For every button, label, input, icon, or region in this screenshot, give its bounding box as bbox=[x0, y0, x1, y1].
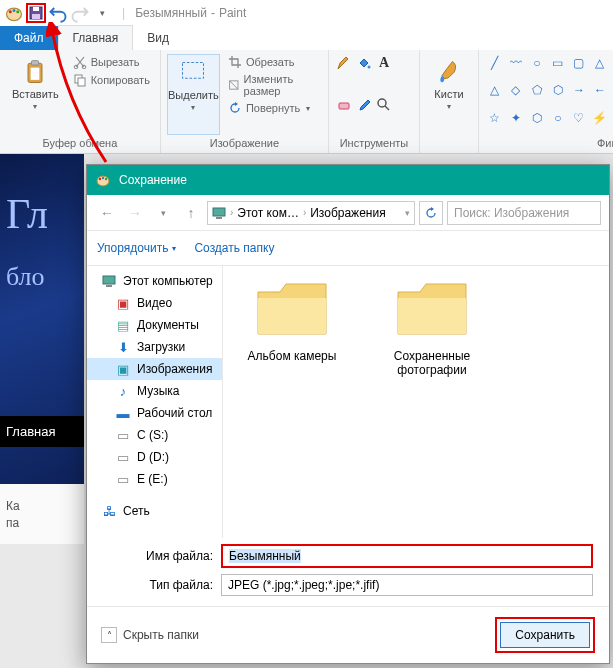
tree-drive-c[interactable]: ▭C (S:) bbox=[87, 424, 222, 446]
dialog-title: Сохранение bbox=[119, 173, 187, 187]
svg-rect-26 bbox=[106, 285, 112, 287]
svg-point-22 bbox=[105, 178, 107, 180]
svg-rect-9 bbox=[31, 68, 40, 80]
picker-icon[interactable] bbox=[355, 96, 373, 114]
svg-point-3 bbox=[16, 10, 19, 13]
canvas-text-1: Гл bbox=[6, 190, 48, 238]
group-shapes-label: Фигур bbox=[485, 135, 613, 151]
search-placeholder: Поиск: Изображения bbox=[454, 206, 569, 220]
svg-point-1 bbox=[9, 10, 12, 13]
folder-view[interactable]: Альбом камеры Сохраненные фотографии bbox=[223, 266, 609, 538]
tree-drive-e[interactable]: ▭E (E:) bbox=[87, 468, 222, 490]
titlebar: ▾ | Безымянный - Paint bbox=[0, 0, 613, 26]
tab-view[interactable]: Вид bbox=[133, 26, 183, 50]
crumb-pictures[interactable]: Изображения bbox=[310, 206, 385, 220]
pencil-icon[interactable] bbox=[335, 54, 353, 72]
folder-saved[interactable]: Сохраненные фотографии bbox=[377, 280, 487, 377]
organize-button[interactable]: Упорядочить ▾ bbox=[97, 241, 176, 255]
svg-point-2 bbox=[13, 9, 16, 12]
filetype-label: Тип файла: bbox=[139, 578, 213, 592]
svg-rect-13 bbox=[78, 78, 85, 86]
new-folder-button[interactable]: Создать папку bbox=[194, 241, 274, 255]
svg-rect-25 bbox=[103, 276, 115, 284]
fill-icon[interactable] bbox=[355, 54, 373, 72]
folder-camera[interactable]: Альбом камеры bbox=[237, 280, 347, 363]
search-input[interactable]: Поиск: Изображения bbox=[447, 201, 601, 225]
magnifier-icon[interactable] bbox=[375, 96, 393, 114]
ribbon: Вставить ▾ Вырезать Копировать Буфер обм… bbox=[0, 50, 613, 154]
eraser-icon[interactable] bbox=[335, 96, 353, 114]
back-button[interactable]: ← bbox=[95, 201, 119, 225]
tab-strip: Файл Главная Вид bbox=[0, 26, 613, 50]
save-highlight-box: Сохранить bbox=[495, 617, 595, 653]
breadcrumb[interactable]: › Этот ком… › Изображения ▾ bbox=[207, 201, 415, 225]
crop-label: Обрезать bbox=[246, 56, 295, 68]
tree-this-pc[interactable]: Этот компьютер bbox=[87, 270, 222, 292]
app-icon bbox=[4, 3, 24, 23]
group-tools-label: Инструменты bbox=[335, 135, 413, 151]
filename-input[interactable]: Безымянный bbox=[221, 544, 593, 568]
select-button[interactable]: Выделить ▾ bbox=[167, 54, 220, 135]
tree-documents[interactable]: ▤Документы bbox=[87, 314, 222, 336]
up-button[interactable]: ↑ bbox=[179, 201, 203, 225]
paste-label: Вставить bbox=[12, 88, 59, 100]
crop-button[interactable]: Обрезать bbox=[224, 54, 322, 70]
text-icon[interactable]: A bbox=[375, 54, 393, 72]
recent-dropdown[interactable]: ▾ bbox=[151, 201, 175, 225]
canvas-image[interactable]: Гл бло Главная Ка па bbox=[0, 154, 84, 544]
shapes-grid[interactable]: ╱〰○▭▢△◇ △◇⬠⬡→←↑ ☆✦⬡○♡⚡☁ bbox=[485, 54, 613, 135]
resize-label: Изменить размер bbox=[244, 73, 318, 97]
filetype-select[interactable]: JPEG (*.jpg;*.jpeg;*.jpe;*.jfif) bbox=[221, 574, 593, 596]
cut-button[interactable]: Вырезать bbox=[69, 54, 154, 70]
tree-network[interactable]: 🖧Сеть bbox=[87, 500, 222, 522]
paste-button[interactable]: Вставить ▾ bbox=[6, 54, 65, 135]
paint-icon bbox=[95, 172, 111, 188]
svg-rect-8 bbox=[32, 61, 39, 65]
refresh-button[interactable] bbox=[419, 201, 443, 225]
tab-file[interactable]: Файл bbox=[0, 26, 58, 50]
group-image: Выделить ▾ Обрезать Изменить размер Пове… bbox=[161, 50, 329, 153]
group-brushes: Кисти ▾ bbox=[420, 50, 479, 153]
svg-point-16 bbox=[367, 66, 370, 69]
resize-button[interactable]: Изменить размер bbox=[224, 72, 322, 98]
copy-button[interactable]: Копировать bbox=[69, 72, 154, 88]
group-clipboard-label: Буфер обмена bbox=[6, 135, 154, 151]
group-image-label: Изображение bbox=[167, 135, 322, 151]
canvas-nav: Главная bbox=[0, 416, 84, 447]
qat-dropdown-icon[interactable]: ▾ bbox=[92, 3, 112, 23]
crumb-pc[interactable]: Этот ком… bbox=[237, 206, 299, 220]
svg-point-18 bbox=[378, 99, 386, 107]
svg-rect-5 bbox=[33, 7, 39, 11]
filename-label: Имя файла: bbox=[139, 549, 213, 563]
hide-folders-button[interactable]: ˄ Скрыть папки bbox=[101, 627, 485, 643]
save-dialog: Сохранение ← → ▾ ↑ › Этот ком… › Изображ… bbox=[86, 164, 610, 664]
tree-drive-d[interactable]: ▭D (D:) bbox=[87, 446, 222, 468]
rotate-button[interactable]: Повернуть ▾ bbox=[224, 100, 322, 116]
save-icon[interactable] bbox=[26, 3, 46, 23]
tree-pictures[interactable]: ▣Изображения bbox=[87, 358, 222, 380]
redo-icon[interactable] bbox=[70, 3, 90, 23]
quick-access-toolbar: ▾ bbox=[4, 3, 112, 23]
svg-rect-17 bbox=[339, 103, 349, 109]
svg-rect-24 bbox=[216, 217, 222, 219]
brushes-button[interactable]: Кисти ▾ bbox=[426, 54, 472, 135]
canvas-text-2: бло bbox=[6, 262, 45, 292]
tree-desktop[interactable]: ▬Рабочий стол bbox=[87, 402, 222, 424]
dialog-titlebar[interactable]: Сохранение bbox=[87, 165, 609, 195]
tools-grid: A bbox=[335, 54, 413, 135]
save-button[interactable]: Сохранить bbox=[500, 622, 590, 648]
canvas-bottom: Ка па bbox=[0, 484, 84, 544]
tree-music[interactable]: ♪Музыка bbox=[87, 380, 222, 402]
nav-tree: Этот компьютер ▣Видео ▤Документы ⬇Загруз… bbox=[87, 266, 223, 538]
group-clipboard: Вставить ▾ Вырезать Копировать Буфер обм… bbox=[0, 50, 161, 153]
dialog-nav: ← → ▾ ↑ › Этот ком… › Изображения ▾ Поис… bbox=[87, 195, 609, 231]
select-label: Выделить bbox=[168, 89, 219, 101]
tree-videos[interactable]: ▣Видео bbox=[87, 292, 222, 314]
undo-icon[interactable] bbox=[48, 3, 68, 23]
dialog-footer: ˄ Скрыть папки Сохранить bbox=[87, 606, 609, 663]
svg-point-21 bbox=[102, 177, 104, 179]
tab-home[interactable]: Главная bbox=[58, 25, 134, 50]
forward-button[interactable]: → bbox=[123, 201, 147, 225]
tree-downloads[interactable]: ⬇Загрузки bbox=[87, 336, 222, 358]
svg-rect-14 bbox=[183, 63, 204, 79]
